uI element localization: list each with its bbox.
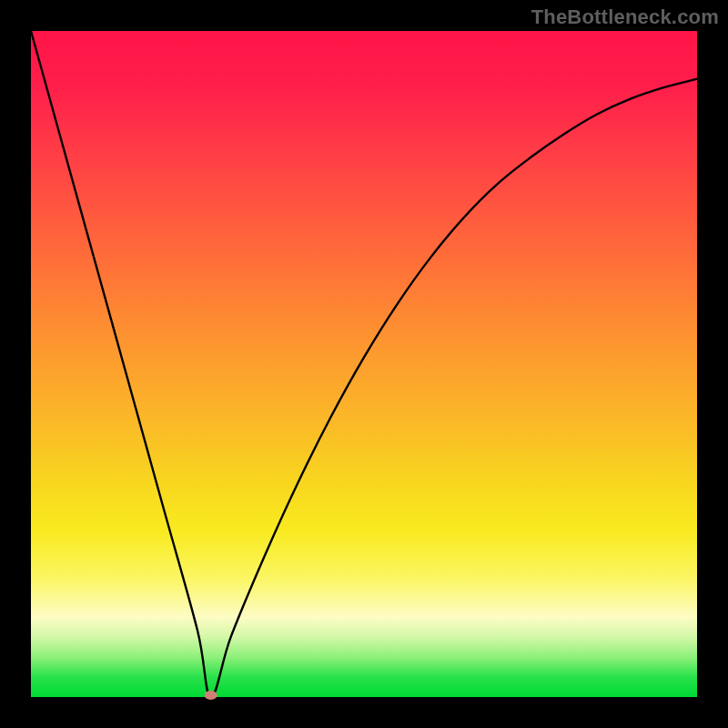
curve-svg xyxy=(31,31,697,697)
min-marker xyxy=(205,691,217,700)
watermark-text: TheBottleneck.com xyxy=(531,5,719,29)
plot-area xyxy=(31,31,697,697)
chart-frame: TheBottleneck.com xyxy=(0,0,728,728)
bottleneck-curve xyxy=(31,31,697,697)
